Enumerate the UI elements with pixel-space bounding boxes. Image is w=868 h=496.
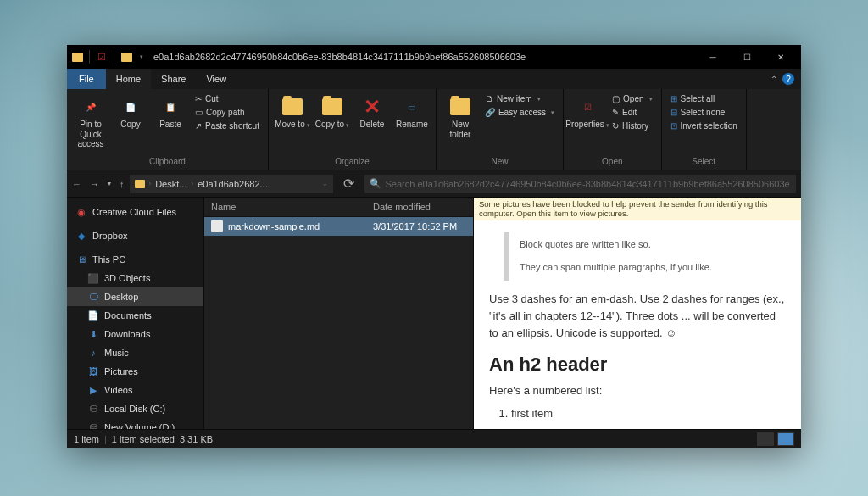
sidebar-item-3d-objects[interactable]: ⬛3D Objects: [67, 269, 203, 287]
cut-button[interactable]: ✂Cut: [192, 92, 263, 105]
invert-icon: ⊡: [670, 121, 677, 131]
sidebar-item-dropbox[interactable]: ◆Dropbox: [67, 226, 203, 245]
status-bar: 1 item | 1 item selected 3.31 KB: [67, 429, 801, 448]
new-item-icon: 🗋: [485, 94, 493, 103]
select-none-button[interactable]: ⊟Select none: [667, 106, 741, 119]
tab-home[interactable]: Home: [106, 69, 151, 89]
close-button[interactable]: ✕: [764, 45, 798, 69]
copy-to-button[interactable]: Copy to▾: [314, 92, 351, 130]
ribbon-group-select: Select: [662, 155, 746, 168]
search-placeholder: Search e0a1d6ab2682d2c47746950b84c0b6ee-…: [386, 179, 790, 189]
ribbon-group-open: Open: [564, 155, 660, 168]
sidebar-item-local-disk-c[interactable]: ⛁Local Disk (C:): [67, 399, 203, 418]
copy-path-button[interactable]: ▭Copy path: [192, 106, 263, 119]
file-row[interactable]: markdown-sample.md 3/31/2017 10:52 PM: [204, 217, 473, 236]
paste-icon: 📋: [159, 96, 182, 118]
easy-access-button[interactable]: 🔗Easy access▾: [481, 106, 558, 119]
back-button[interactable]: ←: [72, 179, 81, 189]
folder-icon[interactable]: [120, 50, 133, 64]
tab-share[interactable]: Share: [151, 69, 196, 89]
new-folder-icon: [448, 96, 472, 118]
pc-icon: 🖥: [75, 254, 87, 265]
creative-cloud-icon: ◉: [75, 206, 87, 218]
properties-icon: ☑: [576, 96, 599, 118]
history-button[interactable]: ↻History: [609, 120, 655, 132]
shortcut-icon: ↗: [195, 121, 202, 131]
desktop-icon: 🖵: [87, 291, 99, 303]
sidebar-item-creative-cloud[interactable]: ◉Creative Cloud Files: [67, 203, 203, 221]
preview-ordered-list: first item: [511, 407, 786, 420]
sidebar-item-downloads[interactable]: ⬇Downloads: [67, 325, 203, 343]
music-icon: ♪: [87, 347, 99, 359]
dropbox-icon: ◆: [75, 230, 87, 242]
status-size: 3.31 KB: [180, 434, 213, 444]
invert-selection-button[interactable]: ⊡Invert selection: [667, 120, 741, 132]
new-item-button[interactable]: 🗋New item▾: [481, 92, 558, 105]
forward-button[interactable]: →: [90, 179, 99, 189]
address-field[interactable]: › Deskt... › e0a1d6ab2682... ⌄: [130, 175, 333, 193]
column-header-date[interactable]: Date modified: [373, 202, 466, 212]
edit-icon: ✎: [612, 108, 619, 117]
column-header-name[interactable]: Name: [211, 202, 373, 212]
explorer-window: ☑ ▾ e0a1d6ab2682d2c47746950b84c0b6ee-83b…: [67, 45, 801, 448]
edit-button[interactable]: ✎Edit: [609, 106, 655, 119]
search-icon: 🔍: [370, 178, 381, 189]
blocked-images-banner[interactable]: Some pictures have been blocked to help …: [474, 198, 801, 220]
move-to-button[interactable]: Move to▾: [274, 92, 311, 130]
sidebar-item-pictures[interactable]: 🖼Pictures: [67, 362, 203, 381]
rename-button[interactable]: ▭Rename: [393, 92, 431, 130]
thumbnails-view-button[interactable]: [777, 432, 794, 446]
select-all-icon: ⊞: [670, 94, 677, 103]
status-selected-count: 1 item selected: [112, 434, 175, 444]
preview-content[interactable]: Block quotes are written like so. They c…: [474, 220, 801, 429]
sidebar-item-music[interactable]: ♪Music: [67, 343, 203, 362]
ribbon: 📌Pin to Quick access 📄Copy 📋Paste ✂Cut ▭…: [67, 89, 801, 170]
search-input[interactable]: 🔍 Search e0a1d6ab2682d2c47746950b84c0b6e…: [364, 175, 797, 193]
sidebar-item-videos[interactable]: ▶Videos: [67, 381, 203, 399]
sidebar-item-documents[interactable]: 📄Documents: [67, 306, 203, 325]
tab-view[interactable]: View: [196, 69, 236, 89]
breadcrumb-part[interactable]: e0a1d6ab2682...: [198, 179, 268, 189]
sidebar-item-new-volume-d[interactable]: ⛁New Volume (D:): [67, 418, 203, 429]
paste-shortcut-button[interactable]: ↗Paste shortcut: [192, 120, 263, 132]
collapse-ribbon-icon[interactable]: ⌃: [771, 75, 777, 84]
titlebar[interactable]: ☑ ▾ e0a1d6ab2682d2c47746950b84c0b6ee-83b…: [67, 45, 801, 69]
preview-paragraph: Here's a numbered list:: [489, 382, 786, 399]
select-all-button[interactable]: ⊞Select all: [667, 92, 741, 105]
open-button[interactable]: ▢Open▾: [609, 92, 655, 105]
details-view-button[interactable]: [757, 432, 774, 446]
pin-icon: 📌: [79, 96, 103, 118]
qat-dropdown-icon[interactable]: ▾: [135, 50, 148, 64]
tab-file[interactable]: File: [67, 69, 106, 89]
folder-move-icon: [281, 96, 304, 118]
file-icon: [211, 220, 223, 232]
sidebar-item-this-pc[interactable]: 🖥This PC: [67, 250, 203, 269]
minimize-button[interactable]: ─: [696, 45, 730, 69]
scissors-icon: ✂: [195, 94, 202, 103]
sidebar-item-desktop[interactable]: 🖵Desktop: [67, 287, 203, 306]
open-icon: ▢: [612, 94, 620, 103]
copy-button[interactable]: 📄Copy: [112, 92, 149, 130]
properties-icon[interactable]: ☑: [95, 50, 108, 64]
help-icon[interactable]: ?: [782, 73, 794, 85]
new-folder-button[interactable]: New folder: [442, 92, 479, 139]
paste-button[interactable]: 📋Paste: [152, 92, 189, 130]
pin-button[interactable]: 📌Pin to Quick access: [72, 92, 109, 149]
delete-button[interactable]: ✕Delete: [353, 92, 391, 130]
pictures-icon: 🖼: [87, 365, 99, 377]
maximize-button[interactable]: ☐: [730, 45, 764, 69]
properties-button[interactable]: ☑Properties▾: [569, 92, 606, 130]
drive-icon: ⛁: [87, 403, 99, 415]
preview-h2-header: An h2 header: [489, 354, 786, 376]
recent-locations-button[interactable]: ▾: [108, 180, 111, 187]
folder-copy-icon: [320, 96, 344, 118]
copy-icon: 📄: [119, 96, 142, 118]
status-item-count: 1 item: [74, 434, 99, 444]
up-button[interactable]: ↑: [120, 179, 125, 189]
breadcrumb-part[interactable]: Deskt...: [155, 179, 186, 189]
history-icon: ↻: [612, 121, 619, 131]
refresh-button[interactable]: ⟳: [338, 176, 359, 192]
ribbon-group-clipboard: Clipboard: [67, 155, 268, 168]
ribbon-tabs: File Home Share View ⌃ ?: [67, 69, 801, 89]
document-icon: 📄: [87, 309, 99, 321]
